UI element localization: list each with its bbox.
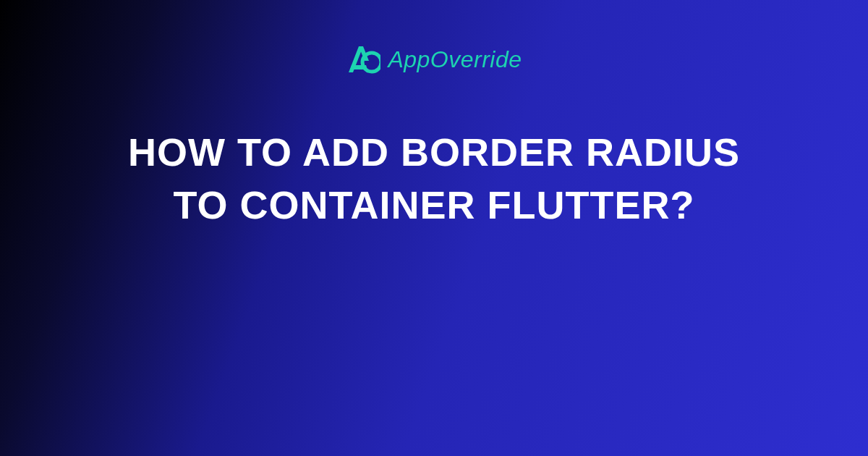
brand-name: AppOverride bbox=[388, 46, 522, 73]
logo-mark-icon bbox=[346, 43, 380, 75]
page-title: HOW TO ADD BORDER RADIUS TO CONTAINER FL… bbox=[109, 126, 760, 232]
brand-logo: AppOverride bbox=[346, 43, 522, 75]
svg-point-0 bbox=[362, 53, 380, 72]
